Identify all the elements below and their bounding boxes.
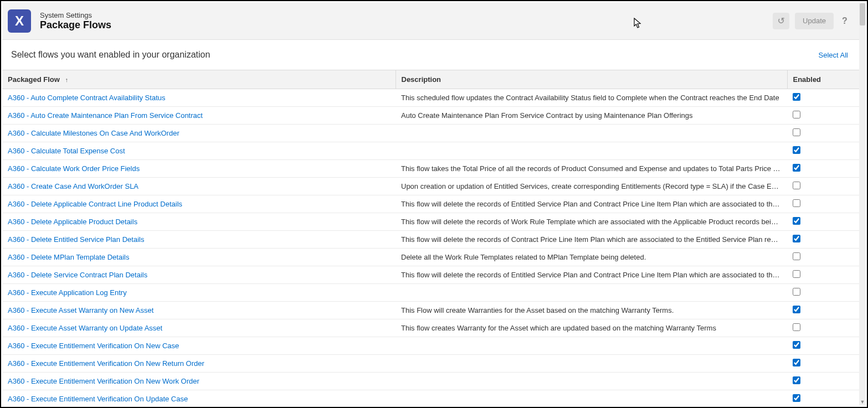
col-header-enabled-label: Enabled: [793, 75, 821, 84]
title-block: System Settings Package Flows: [40, 11, 111, 31]
flow-link[interactable]: A360 - Execute Application Log Entry: [8, 288, 127, 297]
table-row: A360 - Delete Applicable Product Details…: [2, 213, 859, 231]
flow-description: This scheduled flow updates the Contract…: [396, 89, 787, 107]
flow-description: [396, 284, 787, 302]
flow-description: This flow will delete the records of Wor…: [396, 213, 787, 231]
flow-description: This flow will delete the records of Con…: [396, 231, 787, 249]
flow-description: This flow will delete the records of Ent…: [396, 266, 787, 284]
col-header-enabled[interactable]: Enabled: [787, 70, 859, 89]
help-icon[interactable]: ?: [839, 16, 850, 27]
flow-link[interactable]: A360 - Execute Entitlement Verification …: [8, 395, 188, 403]
table-row: A360 - Create Case And WorkOrder SLAUpon…: [2, 178, 859, 195]
flow-link[interactable]: A360 - Delete Applicable Product Details: [8, 218, 137, 226]
table-row: A360 - Auto Create Maintenance Plan From…: [2, 107, 859, 125]
flow-link[interactable]: A360 - Delete Entitled Service Plan Deta…: [8, 235, 144, 244]
update-button[interactable]: Update: [795, 13, 834, 29]
table-row: A360 - Execute Application Log Entry: [2, 284, 859, 302]
vertical-scrollbar[interactable]: ▲ ▼: [859, 2, 866, 406]
enabled-checkbox[interactable]: [793, 182, 800, 189]
page-header: X System Settings Package Flows ↻ Update…: [2, 2, 859, 40]
flow-description: This flow takes the Total Price of all t…: [396, 160, 787, 178]
table-row: A360 - Execute Entitlement Verification …: [2, 337, 859, 355]
flow-link[interactable]: A360 - Calculate Total Expense Cost: [8, 147, 125, 155]
enabled-checkbox[interactable]: [793, 199, 800, 207]
sort-asc-icon: ↑: [65, 76, 69, 83]
table-row: A360 - Delete Service Contract Plan Deta…: [2, 266, 859, 284]
undo-button[interactable]: ↻: [773, 13, 789, 29]
header-actions: ↻ Update ?: [773, 13, 850, 29]
flow-link[interactable]: A360 - Auto Complete Contract Availabili…: [8, 94, 165, 102]
flow-link[interactable]: A360 - Delete Applicable Contract Line P…: [8, 200, 182, 208]
flow-link[interactable]: A360 - Create Case And WorkOrder SLA: [8, 182, 138, 190]
enabled-checkbox[interactable]: [793, 93, 800, 101]
table-row: A360 - Auto Complete Contract Availabili…: [2, 89, 859, 107]
flow-link[interactable]: A360 - Execute Entitlement Verification …: [8, 377, 199, 385]
flow-link[interactable]: A360 - Execute Asset Warranty on Update …: [8, 324, 162, 332]
table-row: A360 - Calculate Work Order Price Fields…: [2, 160, 859, 178]
flow-description: [396, 125, 787, 142]
enabled-checkbox[interactable]: [793, 146, 800, 154]
flow-description: [396, 373, 787, 390]
flow-link[interactable]: A360 - Delete Service Contract Plan Deta…: [8, 271, 147, 279]
flow-link[interactable]: A360 - Calculate Milestones On Case And …: [8, 129, 179, 137]
flows-table: Packaged Flow ↑ Description Enabled A360…: [2, 70, 859, 406]
enabled-checkbox[interactable]: [793, 394, 800, 402]
flow-description: [396, 142, 787, 160]
app-logo-letter: X: [15, 13, 24, 29]
enabled-checkbox[interactable]: [793, 164, 800, 172]
table-row: A360 - Execute Asset Warranty on New Ass…: [2, 302, 859, 319]
table-row: A360 - Execute Entitlement Verification …: [2, 373, 859, 390]
undo-icon: ↻: [778, 16, 785, 26]
select-all-link[interactable]: Select All: [819, 51, 848, 59]
enabled-checkbox[interactable]: [793, 217, 800, 225]
enabled-checkbox[interactable]: [793, 323, 800, 331]
enabled-checkbox[interactable]: [793, 111, 800, 118]
table-row: A360 - Delete Entitled Service Plan Deta…: [2, 231, 859, 249]
enabled-checkbox[interactable]: [793, 359, 800, 366]
flow-description: [396, 390, 787, 406]
flow-description: Upon creation or updation of Entitled Se…: [396, 178, 787, 195]
flow-description: Auto Create Maintenance Plan From Servic…: [396, 107, 787, 125]
subheader-text: Select flows you want enabled in your or…: [11, 50, 210, 60]
enabled-checkbox[interactable]: [793, 341, 800, 349]
table-row: A360 - Execute Entitlement Verification …: [2, 355, 859, 373]
scroll-down-icon[interactable]: ▼: [859, 398, 866, 406]
flow-description: [396, 355, 787, 373]
flow-link[interactable]: A360 - Auto Create Maintenance Plan From…: [8, 111, 203, 120]
flow-link[interactable]: A360 - Execute Entitlement Verification …: [8, 359, 204, 368]
subheader: Select flows you want enabled in your or…: [2, 40, 859, 70]
table-row: A360 - Delete MPlan Template DetailsDele…: [2, 249, 859, 266]
col-header-flow[interactable]: Packaged Flow ↑: [2, 70, 396, 89]
scroll-thumb[interactable]: [860, 3, 865, 25]
enabled-checkbox[interactable]: [793, 128, 800, 136]
col-header-description-label: Description: [402, 75, 441, 84]
flow-description: This flow will delete the records of Ent…: [396, 195, 787, 213]
table-row: A360 - Delete Applicable Contract Line P…: [2, 195, 859, 213]
enabled-checkbox[interactable]: [793, 252, 800, 260]
flow-description: This Flow will create Warranties for the…: [396, 302, 787, 319]
flow-description: Delete all the Work Rule Templates relat…: [396, 249, 787, 266]
page-title: Package Flows: [40, 19, 111, 31]
col-header-description[interactable]: Description: [396, 70, 787, 89]
flow-description: This flow creates Warranty for the Asset…: [396, 319, 787, 337]
enabled-checkbox[interactable]: [793, 288, 800, 296]
flow-link[interactable]: A360 - Execute Entitlement Verification …: [8, 342, 179, 350]
table-row: A360 - Execute Entitlement Verification …: [2, 390, 859, 406]
table-row: A360 - Calculate Total Expense Cost: [2, 142, 859, 160]
flow-link[interactable]: A360 - Execute Asset Warranty on New Ass…: [8, 306, 153, 314]
enabled-checkbox[interactable]: [793, 235, 800, 242]
table-row: A360 - Execute Asset Warranty on Update …: [2, 319, 859, 337]
enabled-checkbox[interactable]: [793, 270, 800, 278]
enabled-checkbox[interactable]: [793, 376, 800, 384]
flow-link[interactable]: A360 - Calculate Work Order Price Fields: [8, 164, 140, 173]
app-logo: X: [8, 9, 31, 33]
table-row: A360 - Calculate Milestones On Case And …: [2, 125, 859, 142]
flow-description: [396, 337, 787, 355]
breadcrumb: System Settings: [40, 11, 111, 19]
flow-link[interactable]: A360 - Delete MPlan Template Details: [8, 253, 129, 261]
enabled-checkbox[interactable]: [793, 306, 800, 313]
col-header-flow-label: Packaged Flow: [8, 75, 60, 84]
